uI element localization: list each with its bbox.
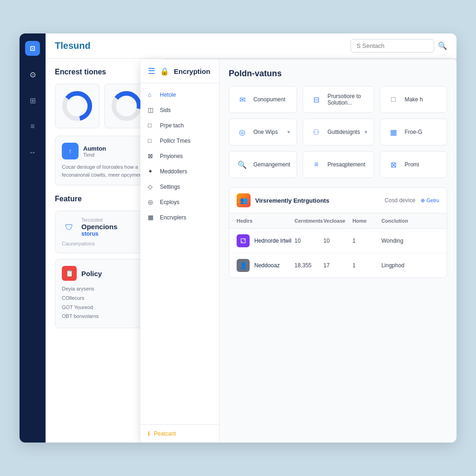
data-table: Hedirs Cerntments Vecloase Home Concluti… <box>229 213 447 278</box>
row-vecloase-1: 10 <box>324 238 352 244</box>
action-label-presaqptement: Presaqptement <box>327 161 367 168</box>
row-name-1: Hednorde lrtwil <box>254 238 291 244</box>
row-name-cell-1: ⚁ Hednorde lrtwil <box>237 234 295 247</box>
menu-label-pollicr: Pollicr Tmes <box>160 138 191 144</box>
action-card-presaqptement[interactable]: ≡ Presaqptement <box>303 151 374 178</box>
col-header-vecloase: Vecloase <box>324 218 352 224</box>
card-name: Aumton <box>83 145 106 152</box>
card-title-group: Aumton Timd <box>83 145 106 158</box>
menu-icon-sids: ◫ <box>148 106 155 113</box>
menu-item-meddollers[interactable]: ✦ Meddollers <box>140 164 219 179</box>
action-icon-one-wips: ◎ <box>236 126 249 139</box>
menu-label-pnyiones: Pnyiones <box>160 153 183 159</box>
row-avatar-1: ⚁ <box>237 234 250 247</box>
menu-icon-encrvplers: ▦ <box>148 214 155 221</box>
col-header-name: Hedirs <box>237 218 295 224</box>
table-action-button[interactable]: ⊕ Getru <box>421 198 439 204</box>
panel-nav: ☰ 🔒 Encryption ⌂ Hetole ◫ Sids <box>140 60 219 443</box>
nav-sidebar: ⊡ ⊙ ⊞ ≡ ↔ <box>20 33 46 443</box>
nav-item-home[interactable]: ⊙ <box>25 67 40 82</box>
col-header-conclusion: Conclution <box>381 218 439 224</box>
action-label-gemangement: Gemangement <box>253 161 290 168</box>
info-card-header: ↑ Aumton Timd <box>62 143 150 159</box>
policy-icon: 📋 <box>62 266 77 281</box>
action-icon-prursotiore: ⊟ <box>310 93 323 106</box>
encryption-overlay-panel: ☰ 🔒 Encryption ⌂ Hetole ◫ Sids <box>140 60 456 443</box>
action-label-make: Make h <box>404 96 440 103</box>
app-container: ⊡ ⊙ ⊞ ≡ ↔ Tlesund 🔍 Encrest tiones <box>20 33 456 443</box>
panel-main: Poldn-vatuns ✉ Conopument ⊟ Prursotiore … <box>219 60 456 443</box>
search-button[interactable]: 🔍 <box>438 41 447 50</box>
menu-icon-meddollers: ✦ <box>148 168 155 175</box>
search-bar: 🔍 <box>350 39 447 53</box>
menu-label-sids: Sids <box>160 107 171 113</box>
panel-footer: ℹ Peatcant <box>140 424 219 443</box>
nav-item-grid[interactable]: ⊞ <box>25 93 40 108</box>
table-col-headers: Hedirs Cerntments Vecloase Home Concluti… <box>229 213 447 229</box>
content-area: Encrest tiones <box>46 59 456 443</box>
action-icon-guttidesignts: ⚇ <box>310 126 323 139</box>
action-icon-make: □ <box>387 93 400 106</box>
info-icon: ℹ <box>148 430 150 437</box>
action-label-promi: Promi <box>404 161 440 168</box>
action-card-guttidesignts[interactable]: ⚇ Guttidesignts ▾ <box>303 119 374 145</box>
menu-item-encrvplers[interactable]: ▦ Encrvplers <box>140 210 219 225</box>
lock-icon: 🔒 <box>160 67 169 76</box>
menu-item-hetole[interactable]: ⌂ Hetole <box>140 87 219 102</box>
action-card-prursotiore[interactable]: ⊟ Prursotiore to Solution... <box>303 86 374 113</box>
actions-grid: ✉ Conopument ⊟ Prursotiore to Solution..… <box>229 86 447 178</box>
row-cerntments-1: 10 <box>295 238 324 244</box>
table-section: 👥 Virsremently Entrgutionts Cosd device … <box>229 187 447 278</box>
menu-item-prpe-tach[interactable]: □ Prpe tach <box>140 118 219 133</box>
menu-item-pollicr-tmes[interactable]: □ Pollicr Tmes <box>140 133 219 148</box>
table-header-row: 👥 Virsremently Entrgutionts Cosd device … <box>229 188 447 213</box>
feature-name: Opencions <box>81 223 118 231</box>
action-card-conopument[interactable]: ✉ Conopument <box>229 86 297 113</box>
logo-icon: ⊡ <box>30 45 35 52</box>
row-home-1: 1 <box>352 238 381 244</box>
card-subtitle: Timd <box>83 152 106 158</box>
nav-item-arrows[interactable]: ↔ <box>25 145 40 160</box>
card-description: Cocar deniuge of Isoroales how a feconan… <box>62 163 150 178</box>
footer-label: Peatcant <box>154 430 176 437</box>
menu-item-sids[interactable]: ◫ Sids <box>140 102 219 118</box>
menu-label-ecploys: Ecploys <box>160 199 179 205</box>
menu-icon-pnyiones: ⊠ <box>148 152 155 159</box>
policy-list: Deyia arysens COllecurs GOT Youreod OBT … <box>62 284 150 321</box>
action-label-froe-g: Froe-G <box>404 129 440 135</box>
panel-section-title: Poldn-vatuns <box>229 69 447 79</box>
table-row: ⚁ Hednorde lrtwil 10 10 1 Wonding <box>229 229 447 253</box>
menu-item-ecploys[interactable]: ◎ Ecploys <box>140 194 219 210</box>
menu-label-encrvplers: Encrvplers <box>160 214 186 221</box>
action-card-one-wips[interactable]: ◎ One Wips ▾ <box>229 119 297 145</box>
table-row: 👤 Neddooaz 18,355 17 1 Lingphod <box>229 253 447 278</box>
nav-item-list[interactable]: ≡ <box>25 119 40 134</box>
feature-card-header: 🛡 Tercocited Opencions storus <box>62 218 150 237</box>
menu-icon-pollicr: □ <box>148 137 155 144</box>
policy-item-2: COllecurs <box>62 294 150 303</box>
table-title-text: Virsremently Entrgutionts <box>255 197 329 204</box>
row-avatar-2: 👤 <box>237 259 250 272</box>
app-title: Tlesund <box>55 40 91 51</box>
footer-item-peatcant[interactable]: ℹ Peatcant <box>148 430 212 437</box>
menu-icon-settings: ◇ <box>148 183 155 190</box>
menu-label-settings: Settings <box>160 184 180 190</box>
action-card-make[interactable]: □ Make h <box>380 86 447 113</box>
nav-logo: ⊡ <box>25 41 40 56</box>
row-cerntments-2: 18,355 <box>295 262 324 269</box>
main-content: Tlesund 🔍 Encrest tiones <box>46 33 456 443</box>
row-vecloase-2: 17 <box>324 262 352 269</box>
menu-item-settings[interactable]: ◇ Settings <box>140 179 219 194</box>
action-card-gemangement[interactable]: 🔍 Gemangement <box>229 151 297 178</box>
donut-chart-1 <box>61 90 93 122</box>
search-input[interactable] <box>350 39 434 53</box>
row-home-2: 1 <box>352 262 381 269</box>
action-card-promi[interactable]: ⊠ Promi <box>380 151 447 178</box>
panel-title: Encryption <box>174 67 210 75</box>
arrow-icon-one-wips: ▾ <box>287 129 290 135</box>
action-card-froe-g[interactable]: ▦ Froe-G <box>380 119 447 145</box>
donut-chart-2 <box>110 90 143 122</box>
menu-item-pnyiones[interactable]: ⊠ Pnyiones <box>140 148 219 164</box>
table-title-group: 👥 Virsremently Entrgutionts <box>237 193 379 207</box>
panel-header: ☰ 🔒 Encryption <box>140 60 219 83</box>
